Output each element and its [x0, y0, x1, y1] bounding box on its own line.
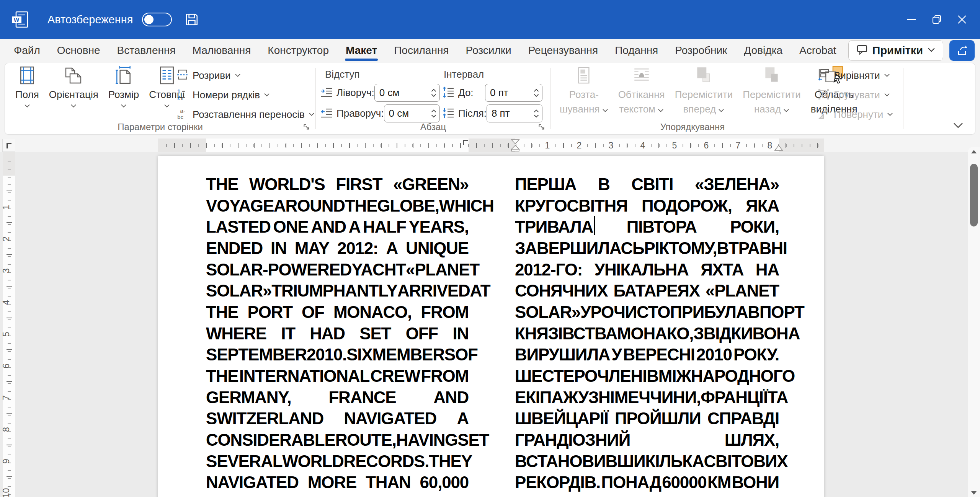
word: ВОНА — [753, 324, 800, 343]
indent-right-value: 0 см — [389, 108, 431, 119]
button-breaks[interactable]: Розриви — [176, 67, 315, 84]
word: AND — [311, 217, 346, 236]
tab-0[interactable]: Файл — [5, 39, 49, 62]
ruler-number: 6 — [702, 139, 711, 152]
word: IN — [452, 324, 469, 343]
minimize-button[interactable] — [899, 8, 924, 31]
tab-10[interactable]: Розробник — [666, 39, 735, 62]
button-orientation[interactable]: Орієнтація — [44, 66, 103, 109]
indent-markers[interactable] — [510, 139, 520, 152]
svg-text:a-: a- — [180, 108, 185, 114]
ribbon-tabs: ФайлОсновнеВставленняМалюванняКонструкто… — [5, 39, 845, 62]
indent-right-input[interactable]: 0 см — [384, 104, 440, 122]
tab-4[interactable]: Конструктор — [259, 39, 337, 62]
word: РОКИ, — [730, 217, 779, 236]
ruler-number: 7 — [733, 139, 743, 152]
chevron-down-icon — [121, 103, 127, 109]
word: УНІКАЛЬНА — [595, 260, 689, 279]
share-button[interactable] — [949, 40, 975, 61]
word: ПРОЙШЛИ — [615, 409, 701, 428]
tab-7[interactable]: Розсилки — [457, 39, 520, 62]
word: TRIUMPHANTLY — [271, 281, 397, 300]
word: GERMANY, — [206, 388, 291, 407]
tab-selector-button[interactable] — [2, 139, 15, 152]
scrollbar-thumb[interactable] — [970, 164, 978, 227]
spin-down-icon[interactable] — [534, 114, 539, 118]
right-indent-marker[interactable] — [774, 145, 783, 152]
button-hyphenation[interactable]: a-bcРозставлення переносів — [176, 106, 315, 123]
save-button[interactable] — [183, 11, 200, 28]
word: FRANCE — [328, 388, 396, 407]
spin-up-icon[interactable] — [431, 89, 436, 92]
word: OFF — [406, 324, 438, 343]
ruler-number: 10 — [1, 487, 11, 497]
word: ТА — [768, 388, 788, 407]
word: ПОРТ — [760, 303, 804, 322]
columns-icon — [157, 66, 176, 86]
tab-6[interactable]: Посилання — [385, 39, 457, 62]
word: ТРАВНІ — [728, 239, 787, 258]
tab-9[interactable]: Подання — [606, 39, 666, 62]
word: З — [588, 388, 598, 407]
word: THE — [206, 175, 238, 194]
tab-8[interactable]: Рецензування — [520, 39, 607, 62]
word: YACHT — [351, 260, 406, 279]
button-line-numbers[interactable]: 12Номери рядків — [176, 86, 315, 104]
send-backward-icon — [762, 66, 781, 86]
tab-5[interactable]: Макет — [337, 39, 385, 62]
group-page-setup: ПоляОрієнтаціяРозмірСтовпці Розриви12Ном… — [5, 63, 315, 134]
spin-down-icon[interactable] — [431, 114, 436, 118]
button-margins[interactable]: Поля — [10, 66, 44, 109]
ruler-number: 4 — [1, 297, 11, 309]
tab-11[interactable]: Довідка — [735, 39, 791, 62]
spacing-after-value: 8 пт — [492, 108, 534, 119]
word: РІК — [644, 239, 669, 258]
spin-down-icon[interactable] — [534, 94, 539, 97]
spacing-after-input[interactable]: 8 пт — [487, 104, 542, 122]
word: ЯХТА — [701, 260, 743, 279]
text-line: SEVERALWORLDRECORDS.THEY — [206, 451, 469, 472]
restore-button[interactable] — [924, 8, 949, 31]
tab-2[interactable]: Вставлення — [109, 39, 184, 62]
word-logo-icon: W — [11, 10, 30, 29]
close-button[interactable] — [949, 8, 975, 31]
paragraph-dialog-launcher-icon[interactable] — [537, 122, 547, 132]
autosave-toggle[interactable] — [142, 13, 172, 26]
collapse-ribbon-icon[interactable] — [953, 122, 964, 130]
spin-up-icon[interactable] — [431, 109, 436, 113]
word: ТРИВАЛА — [515, 217, 593, 236]
scroll-down-icon[interactable] — [971, 491, 977, 495]
group-icon — [818, 88, 830, 102]
word: SWITZERLAND — [206, 409, 323, 428]
group-label-page-setup: Параметри сторінки — [5, 122, 315, 132]
indent-left-input[interactable]: 0 см — [374, 84, 440, 102]
horizontal-ruler[interactable]: 12345678 — [0, 139, 980, 152]
spin-up-icon[interactable] — [534, 89, 539, 92]
button-align[interactable]: Вирівняти — [818, 67, 893, 84]
tab-12[interactable]: Acrobat — [791, 39, 845, 62]
word: AND — [433, 388, 469, 407]
document-page[interactable]: THEWORLD'SFIRST«GREEN»VOYAGEAROUNDTHEGLO… — [158, 156, 824, 497]
word: КРУГОСВІТНЯ — [515, 196, 627, 215]
scroll-up-icon[interactable] — [971, 150, 977, 153]
spin-up-icon[interactable] — [534, 109, 539, 113]
button-size[interactable]: Розмір — [103, 66, 144, 109]
page-setup-dialog-launcher-icon[interactable] — [302, 122, 312, 132]
spacing-before-input[interactable]: 0 пт — [485, 84, 542, 102]
text-column-ukrainian: ПЕРШАВСВІТІ«ЗЕЛЕНА»КРУГОСВІТНЯПОДОРОЖ,ЯК… — [515, 174, 779, 497]
titlebar: W Автозбереження — [0, 0, 980, 39]
tab-1[interactable]: Основне — [49, 39, 109, 62]
vertical-ruler[interactable]: 12345678910 — [0, 152, 17, 497]
ruler-number: 6 — [1, 360, 11, 372]
text-line: ВИРУШИЛАУВЕРЕСНІ2010РОКУ. — [515, 344, 779, 366]
vertical-scrollbar[interactable] — [968, 147, 980, 497]
spin-down-icon[interactable] — [431, 94, 436, 97]
tab-3[interactable]: Малювання — [184, 39, 260, 62]
text-line: CONSIDERABLEROUTE,HAVINGSET — [206, 429, 469, 451]
comments-button[interactable]: Примітки — [848, 40, 943, 61]
text-line: ВСТАНОВИВШИКІЛЬКАСВІТОВИХ — [515, 451, 779, 472]
word: УРОЧИСТО — [580, 303, 670, 322]
text-line: SOLAR»УРОЧИСТОПРИБУЛАВПОРТ — [515, 301, 779, 323]
comment-icon — [856, 44, 868, 57]
word: НА — [756, 260, 779, 279]
